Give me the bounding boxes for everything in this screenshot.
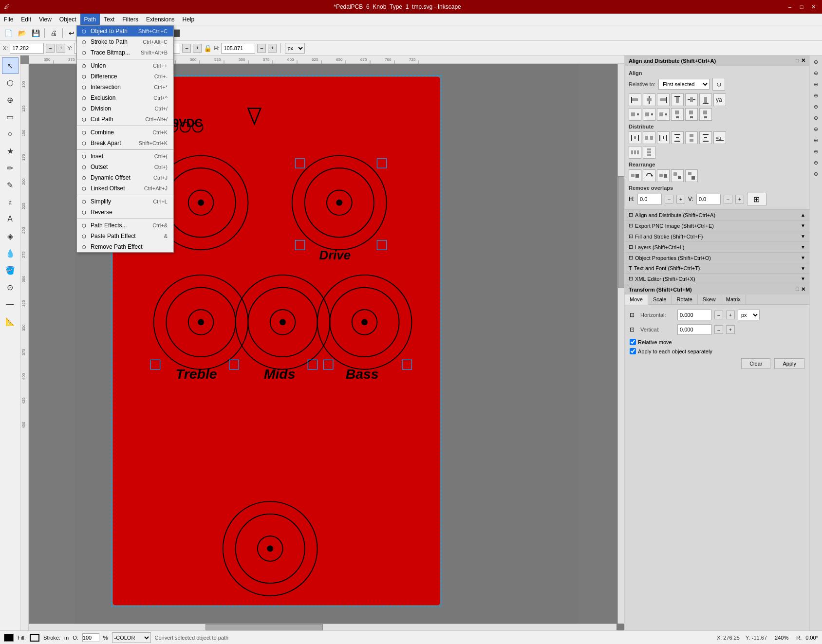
node-tool[interactable]: ⬡ xyxy=(2,74,19,91)
spray-tool[interactable]: ⊙ xyxy=(2,279,19,295)
remove-path-effect[interactable]: ⬡ Remove Path Effect xyxy=(77,241,173,252)
path-cut-path[interactable]: ⬡ Cut Path Ctrl+Alt+/ xyxy=(77,114,173,125)
path-combine[interactable]: ⬡ Combine Ctrl+K xyxy=(77,127,173,138)
measure-tool[interactable]: 📐 xyxy=(2,313,19,330)
panel-xml-editor-header[interactable]: ⊡ XML Editor (Shift+Ctrl+X) ▼ xyxy=(625,274,809,284)
path-division[interactable]: ⬡ Division Ctrl+/ xyxy=(77,103,173,114)
apply-each-checkbox[interactable] xyxy=(630,348,636,354)
path-inset[interactable]: ⬡ Inset Ctrl+( xyxy=(77,151,173,162)
dist-bottom[interactable] xyxy=(699,131,712,144)
dist-left[interactable] xyxy=(629,131,641,144)
menu-help[interactable]: Help xyxy=(179,14,199,25)
snap-btn-6[interactable]: ⊕ xyxy=(811,124,822,134)
v-minus-btn[interactable]: – xyxy=(714,325,723,334)
path-trace-bitmap[interactable]: ⬡ Trace Bitmap... Shift+Alt+B xyxy=(77,47,173,58)
dist-eq-v[interactable] xyxy=(643,146,655,159)
v-plus-btn[interactable]: + xyxy=(726,325,735,334)
h-plus-btn[interactable]: + xyxy=(726,311,735,319)
relative-move-checkbox[interactable] xyxy=(630,339,636,345)
overlap-h-dec[interactable]: – xyxy=(665,195,673,203)
path-stroke-to-path[interactable]: ⬡ Stroke to Path Ctrl+Alt+C xyxy=(77,37,173,47)
snap-btn-5[interactable]: ⊕ xyxy=(811,112,822,123)
menu-object[interactable]: Object xyxy=(56,14,80,25)
star-tool[interactable]: ★ xyxy=(2,143,19,159)
snap-btn-1[interactable]: ⊕ xyxy=(811,68,822,78)
w-inc-button[interactable]: + xyxy=(193,44,202,53)
menu-extensions[interactable]: Extensions xyxy=(142,14,179,25)
gradient-tool[interactable]: ◈ xyxy=(2,228,19,244)
horizontal-input[interactable] xyxy=(677,310,711,320)
zoom-tool[interactable]: ⊕ xyxy=(2,92,19,108)
dist-eq-h[interactable] xyxy=(629,146,641,159)
h-minus-btn[interactable]: – xyxy=(714,311,723,319)
opacity-input[interactable] xyxy=(82,633,99,642)
apply-button[interactable]: Apply xyxy=(774,358,804,369)
print-button[interactable]: 🖨 xyxy=(47,27,60,39)
paste-path-effect[interactable]: ⬡ Paste Path Effect & xyxy=(77,231,173,241)
v-scrollbar[interactable] xyxy=(617,64,624,624)
panel-layers-header[interactable]: ⊡ Layers (Shift+Ctrl+L) ▼ xyxy=(625,242,809,252)
h-scrollbar[interactable] xyxy=(29,624,616,630)
snap-btn-2[interactable]: ⊕ xyxy=(811,79,822,90)
transform-units-select[interactable]: pxmmcm xyxy=(738,310,760,320)
menu-text[interactable]: Text xyxy=(100,14,118,25)
path-effects[interactable]: ⬡ Path Effects... Ctrl+& xyxy=(77,220,173,231)
align-bottom-edges[interactable] xyxy=(699,93,712,106)
h-dec-button[interactable]: – xyxy=(257,44,266,53)
path-difference[interactable]: ⬡ Difference Ctrl+- xyxy=(77,71,173,82)
dist-baseline[interactable]: ya xyxy=(713,131,726,144)
connector-tool[interactable]: — xyxy=(2,296,19,313)
align-bottom-anchor[interactable] xyxy=(699,108,712,121)
dist-center-v[interactable] xyxy=(685,131,698,144)
open-button[interactable]: 📂 xyxy=(16,27,28,39)
vertical-input[interactable] xyxy=(677,324,711,335)
align-top-edges[interactable] xyxy=(671,93,684,106)
overlap-h-inc[interactable]: + xyxy=(676,195,685,203)
clear-button[interactable]: Clear xyxy=(741,358,770,369)
snap-toggle[interactable]: ⊕ xyxy=(811,56,822,67)
path-exclusion[interactable]: ⬡ Exclusion Ctrl+^ xyxy=(77,92,173,103)
color-profile-select[interactable]: -COLOR xyxy=(112,632,151,643)
x-dec-button[interactable]: – xyxy=(46,44,55,53)
tab-rotate[interactable]: Rotate xyxy=(672,294,697,304)
zoom-fit-selection[interactable]: ⊕ xyxy=(811,168,822,179)
calligraphy-tool[interactable]: 𝔞 xyxy=(2,194,19,210)
lock-aspect-icon[interactable]: 🔒 xyxy=(204,44,212,52)
h-input[interactable] xyxy=(221,43,255,54)
menu-edit[interactable]: Edit xyxy=(17,14,35,25)
transform-detach-icon[interactable]: □ xyxy=(796,286,799,293)
panel-export-png-header[interactable]: ⊡ Export PNG Image (Shift+Ctrl+E) ▼ xyxy=(625,221,809,231)
path-reverse[interactable]: ⬡ Reverse xyxy=(77,207,173,218)
zoom-fit-page[interactable]: ⊕ xyxy=(811,146,822,157)
path-object-to-path[interactable]: ⬡ Object to Path Shift+Ctrl+C xyxy=(77,26,173,37)
align-extra-btn[interactable]: ⬡ xyxy=(712,78,725,91)
path-break-apart[interactable]: ⬡ Break Apart Shift+Ctrl+K xyxy=(77,138,173,148)
align-text-baseline[interactable]: ya xyxy=(713,93,726,106)
snap-btn-4[interactable]: ⊕ xyxy=(811,101,822,112)
path-tool[interactable]: ✏ xyxy=(2,160,19,176)
overlap-v-input[interactable] xyxy=(696,194,721,204)
exchange-positions[interactable] xyxy=(629,169,641,182)
panel-align-distribute-header[interactable]: ⊡ Align and Distribute (Shift+Ctrl+A) ▲ xyxy=(625,210,809,220)
paint-bucket-tool[interactable]: 🪣 xyxy=(2,262,19,278)
align-center-anchor[interactable] xyxy=(643,108,655,121)
exchange-v[interactable] xyxy=(685,169,698,182)
x-input[interactable] xyxy=(10,43,44,54)
path-dynamic-offset[interactable]: ⬡ Dynamic Offset Ctrl+J xyxy=(77,172,173,183)
tab-move[interactable]: Move xyxy=(625,294,648,305)
transform-close-icon[interactable]: ✕ xyxy=(801,286,805,293)
path-linked-offset[interactable]: ⬡ Linked Offset Ctrl+Alt+J xyxy=(77,183,173,194)
dist-top[interactable] xyxy=(671,131,684,144)
close-button[interactable]: ✕ xyxy=(808,3,818,11)
tab-matrix[interactable]: Matrix xyxy=(721,294,746,304)
menu-filters[interactable]: Filters xyxy=(118,14,142,25)
path-intersection[interactable]: ⬡ Intersection Ctrl+* xyxy=(77,82,173,92)
transform-panel-header[interactable]: Transform (Shift+Ctrl+M) □ ✕ xyxy=(625,284,809,294)
select-tool[interactable]: ↖ xyxy=(2,57,19,74)
minimize-button[interactable]: – xyxy=(785,3,795,11)
snap-btn-3[interactable]: ⊕ xyxy=(811,90,822,101)
align-right-edges[interactable] xyxy=(657,93,670,106)
menu-path[interactable]: Path xyxy=(80,14,100,25)
text-tool[interactable]: A xyxy=(2,211,19,227)
align-panel-detach-icon[interactable]: □ xyxy=(796,57,799,64)
